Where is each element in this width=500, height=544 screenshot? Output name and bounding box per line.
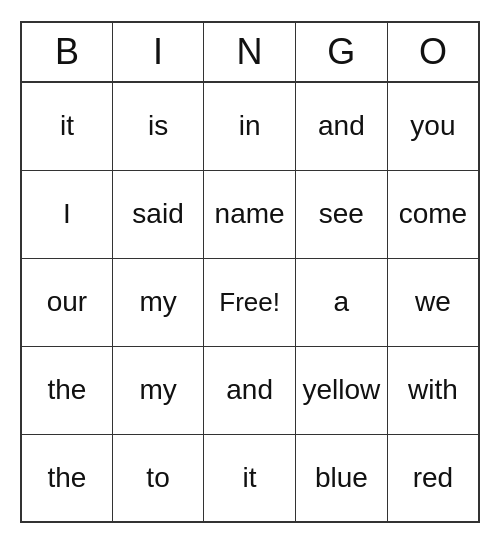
bingo-cell-2-4: we [387, 258, 479, 346]
bingo-cell-2-3: a [295, 258, 387, 346]
bingo-cell-4-3: blue [295, 434, 387, 522]
header-cell-g: G [295, 22, 387, 82]
header-cell-i: I [112, 22, 203, 82]
bingo-cell-0-0: it [21, 82, 112, 170]
bingo-cell-0-3: and [295, 82, 387, 170]
bingo-cell-4-2: it [204, 434, 296, 522]
bingo-cell-4-0: the [21, 434, 112, 522]
bingo-cell-0-2: in [204, 82, 296, 170]
bingo-card: BINGO itisinandyouIsaidnameseecomeourmyF… [20, 21, 480, 523]
header-cell-o: O [387, 22, 479, 82]
bingo-row-3: themyandyellowwith [21, 346, 479, 434]
bingo-cell-1-0: I [21, 170, 112, 258]
bingo-row-0: itisinandyou [21, 82, 479, 170]
bingo-cell-1-3: see [295, 170, 387, 258]
bingo-cell-3-4: with [387, 346, 479, 434]
bingo-cell-0-1: is [112, 82, 203, 170]
bingo-cell-3-2: and [204, 346, 296, 434]
bingo-cell-2-2: Free! [204, 258, 296, 346]
bingo-cell-2-0: our [21, 258, 112, 346]
bingo-cell-4-1: to [112, 434, 203, 522]
header-cell-b: B [21, 22, 112, 82]
bingo-row-2: ourmyFree!awe [21, 258, 479, 346]
bingo-row-4: thetoitbluered [21, 434, 479, 522]
header-row: BINGO [21, 22, 479, 82]
bingo-cell-1-2: name [204, 170, 296, 258]
bingo-cell-3-0: the [21, 346, 112, 434]
bingo-cell-3-1: my [112, 346, 203, 434]
bingo-cell-3-3: yellow [295, 346, 387, 434]
bingo-row-1: Isaidnameseecome [21, 170, 479, 258]
bingo-cell-4-4: red [387, 434, 479, 522]
bingo-cell-1-4: come [387, 170, 479, 258]
bingo-cell-2-1: my [112, 258, 203, 346]
bingo-cell-1-1: said [112, 170, 203, 258]
bingo-cell-0-4: you [387, 82, 479, 170]
header-cell-n: N [204, 22, 296, 82]
